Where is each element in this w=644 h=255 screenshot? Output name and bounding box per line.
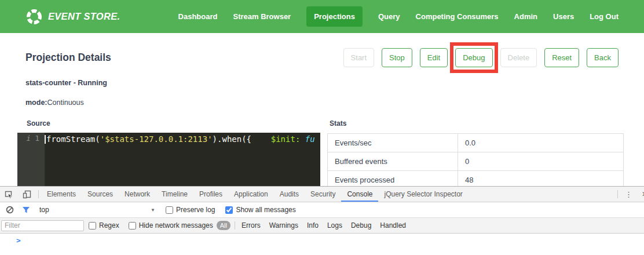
preserve-log-checkbox[interactable] [166,206,173,214]
brand[interactable]: EVENT STORE. [25,8,120,26]
tab-timeline[interactable]: Timeline [156,187,193,202]
stat-name-cell: Events/sec [328,134,458,152]
stats-label: Stats [327,119,624,128]
console-filterbar: Regex Hide network messages All Errors W… [0,218,644,234]
toolbar-separator [617,190,618,198]
mode-label: mode: [25,99,47,107]
code-line: fromStream('$stats-127.0.0.1:2113').when… [45,134,320,145]
nav-item-projections[interactable]: Projections [306,6,363,27]
inspect-element-icon[interactable] [0,187,18,202]
toolbar-separator [235,221,235,230]
nav-item-competing-consumers[interactable]: Competing Consumers [416,12,499,21]
level-filters: Errors Warnings Info Logs Debug Handled [241,221,406,230]
debug-button[interactable]: Debug [455,48,492,67]
code-whitespace [251,134,271,144]
stat-value-cell: 0.0 [458,134,624,152]
execution-context-value: top [39,206,151,214]
console-toolbar: top ▼ Preserve log Show all messages [0,202,644,218]
console-prompt[interactable]: > [0,234,644,254]
execution-context-selector[interactable]: top ▼ [35,206,155,214]
text-cursor [45,135,46,144]
level-filter-errors[interactable]: Errors [241,221,261,230]
preserve-log-control[interactable]: Preserve log [166,206,215,214]
preserve-log-label: Preserve log [176,206,215,214]
hide-network-messages-checkbox[interactable] [129,222,136,230]
back-button[interactable]: Back [587,48,619,67]
show-all-messages-control[interactable]: Show all messages [225,206,295,214]
code-token: fromStream( [46,134,100,144]
delete-button: Delete [500,48,537,67]
reset-button[interactable]: Reset [544,48,579,67]
level-filter-debug[interactable]: Debug [351,221,371,230]
edit-button[interactable]: Edit [420,48,448,67]
navbar: EVENT STORE. Dashboard Stream Browser Pr… [0,0,644,33]
hide-network-messages-control[interactable]: Hide network messages [129,221,213,230]
nav-items: Dashboard Stream Browser Projections Que… [178,6,619,27]
stat-name-cell: Buffered events [328,152,458,171]
code-token-keyword: fu [305,134,315,144]
level-filter-info[interactable]: Info [307,221,319,230]
page-header: Projection Details Start Stop Edit Debug… [0,33,644,67]
nav-item-query[interactable]: Query [378,12,400,21]
tab-jquery-selector-inspector[interactable]: jQuery Selector Inspector [378,187,468,202]
devtools-panel: Elements Sources Network Timeline Profil… [0,186,644,255]
tab-elements[interactable]: Elements [41,187,82,202]
devtools-menu-icon[interactable]: ⋮ [620,187,637,202]
nav-item-stream-browser[interactable]: Stream Browser [233,12,291,21]
device-toolbar-icon[interactable] [18,187,36,202]
start-button: Start [343,48,374,67]
regex-control[interactable]: Regex [89,221,119,230]
nav-item-users[interactable]: Users [553,12,574,21]
show-all-messages-checkbox[interactable] [225,206,233,214]
level-filter-handled[interactable]: Handled [380,221,406,230]
tab-network[interactable]: Network [119,187,156,202]
filter-input[interactable] [1,220,84,231]
table-row: Events/sec 0.0 [328,134,624,152]
stat-value-cell: 0 [458,152,624,171]
source-label: Source [17,119,320,128]
code-whitespace [300,134,305,144]
app-window: EVENT STORE. Dashboard Stream Browser Pr… [0,0,644,255]
clear-console-icon[interactable] [6,206,14,214]
all-filter-badge[interactable]: All [217,221,230,230]
level-filter-warnings[interactable]: Warnings [269,221,298,230]
nav-item-dashboard[interactable]: Dashboard [178,12,218,21]
nav-item-admin[interactable]: Admin [514,12,537,21]
eventstore-logo-icon [25,8,43,26]
nav-item-log-out[interactable]: Log Out [590,12,619,21]
tab-sources[interactable]: Sources [82,187,119,202]
level-filter-logs[interactable]: Logs [327,221,342,230]
tab-audits[interactable]: Audits [274,187,305,202]
tab-security[interactable]: Security [305,187,341,202]
toolbar-separator [38,190,39,198]
brand-name: EVENT STORE. [48,11,120,22]
code-token: ).when({ [213,134,251,144]
show-all-messages-label: Show all messages [236,206,295,214]
code-token-key: $init: [271,134,301,144]
tab-profiles[interactable]: Profiles [193,187,228,202]
code-token-string: '$stats-127.0.0.1:2113' [100,134,213,144]
projection-status: stats-counter - Running [0,67,644,87]
stop-button[interactable]: Stop [382,48,412,67]
devtools-close-icon[interactable]: ✕ [637,187,644,202]
mode-value: Continuous [47,99,84,107]
chevron-down-icon: ▼ [151,207,155,213]
devtools-tabbar: Elements Sources Network Timeline Profil… [0,187,644,202]
prompt-chevron-icon: > [16,237,21,244]
table-row: Buffered events 0 [328,152,624,171]
tab-application[interactable]: Application [228,187,274,202]
regex-label: Regex [99,221,119,230]
projection-actions: Start Stop Edit Debug Delete Reset Back [343,48,619,67]
hide-network-messages-label: Hide network messages [139,221,213,230]
tab-console[interactable]: Console [341,187,378,202]
page-title: Projection Details [25,52,111,64]
console-filter-icon[interactable] [22,206,30,214]
regex-checkbox[interactable] [89,222,96,230]
projection-mode: mode:Continuous [0,87,644,107]
